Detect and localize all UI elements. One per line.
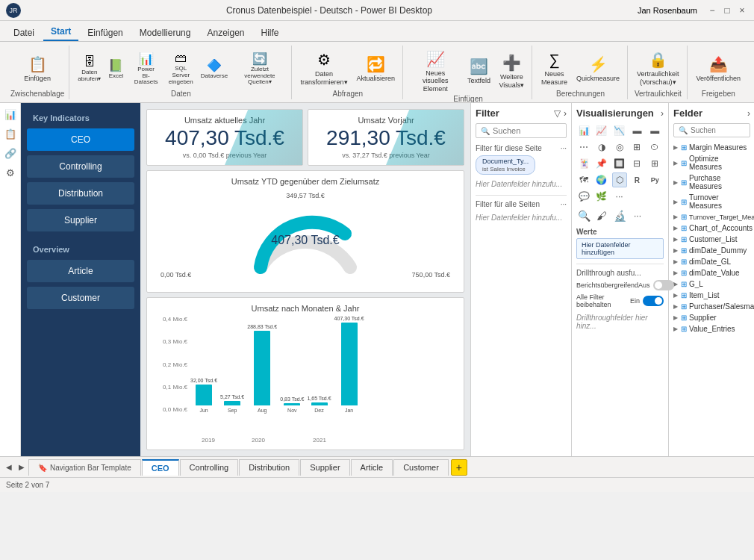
- field-purchase-measures[interactable]: ▶ ⊞ Purchase Measures: [673, 172, 750, 192]
- confidential-button[interactable]: 🔒 Vertraulichkeit(Vorschau)▾: [634, 49, 682, 88]
- viz-expand-icon[interactable]: ›: [661, 108, 664, 119]
- field-customer-list[interactable]: ▶ ⊞ Customer_List: [673, 234, 750, 245]
- berichts-toggle[interactable]: [653, 280, 674, 290]
- sidebar-item-ceo[interactable]: CEO: [27, 128, 134, 151]
- sql-server-button[interactable]: 🗃 SQLServereingeben: [166, 50, 196, 87]
- tab-einfuegen[interactable]: Einfügen: [80, 25, 130, 41]
- page-filter-menu[interactable]: ···: [561, 144, 567, 152]
- viz-card-icon[interactable]: 🃏: [576, 156, 591, 171]
- viz-more-icon[interactable]: ···: [612, 189, 627, 204]
- werte-add-field[interactable]: Hier Datenfelder hinzufügen: [576, 238, 664, 259]
- tab-anzeigen[interactable]: Anzeigen: [199, 25, 252, 41]
- tab-navigation-bar-template[interactable]: 🔖 Navigation Bar Template: [28, 459, 141, 476]
- viz-more-options-icon[interactable]: ···: [630, 208, 645, 223]
- viz-table-icon[interactable]: ⊟: [629, 156, 644, 171]
- close-button[interactable]: ×: [736, 4, 748, 16]
- viz-decomp-icon[interactable]: 🌿: [594, 189, 609, 204]
- recent-sources-button[interactable]: 🔄 Zuletzt verwendeteQuellen▾: [233, 50, 286, 87]
- more-visuals-button[interactable]: ➕ WeitereVisuals▾: [496, 52, 527, 91]
- tab-supplier[interactable]: Supplier: [300, 459, 349, 476]
- field-item-list[interactable]: ▶ ⊞ Item_List: [673, 290, 750, 301]
- field-margin-measures[interactable]: ▶ ⊞ Margin Measures: [673, 142, 750, 153]
- field-gl[interactable]: ▶ ⊞ G_L: [673, 279, 750, 290]
- tab-start[interactable]: Start: [43, 23, 78, 41]
- excel-button[interactable]: 📗 Excel: [106, 57, 125, 81]
- publish-button[interactable]: 📤 Veröffentlichen: [694, 54, 744, 84]
- tab-article[interactable]: Article: [351, 459, 393, 476]
- viz-map-icon[interactable]: 🗺: [576, 172, 591, 187]
- viz-r-icon[interactable]: R: [629, 172, 644, 187]
- drillthrough-add[interactable]: Drillthrough​felder hier hinz...: [576, 311, 664, 332]
- add-page-button[interactable]: +: [451, 459, 467, 476]
- viz-stacked-bar-icon[interactable]: ▬: [629, 123, 644, 138]
- einfuegen-button[interactable]: 📋 Einfügen: [21, 54, 54, 84]
- viz-line-chart-icon[interactable]: 📈: [594, 123, 609, 138]
- sidebar-item-customer[interactable]: Customer: [27, 287, 134, 309]
- sidebar-item-controlling[interactable]: Controlling: [27, 155, 134, 178]
- fields-search-input[interactable]: [691, 126, 754, 134]
- field-dimdate-dummy[interactable]: ▶ ⊞ dimDate_Dummy: [673, 245, 750, 256]
- viz-gauge-icon[interactable]: ⏲: [647, 140, 662, 155]
- tab-nav-next[interactable]: ▶: [16, 461, 28, 473]
- field-chart-accounts[interactable]: ▶ ⊞ Chart_of_Accounts: [673, 223, 750, 234]
- page-filter-add[interactable]: Hier Datenfelder hinzufu...: [476, 178, 567, 190]
- data-view-icon[interactable]: 📋: [2, 125, 19, 142]
- daten-abrufen-button[interactable]: 🗄 Datenabrufen▾: [75, 54, 103, 84]
- viz-slicer-icon[interactable]: 🔲: [612, 156, 627, 171]
- field-purchaser[interactable]: ▶ ⊞ Purchaser/Salesman: [673, 301, 750, 312]
- quickmeasure-button[interactable]: ⚡ Quickmeasure: [573, 54, 623, 84]
- field-turnover-measures[interactable]: ▶ ⊞ Turnover Measures: [673, 192, 750, 211]
- tab-distribution[interactable]: Distribution: [239, 459, 299, 476]
- refresh-button[interactable]: 🔁 Aktualisieren: [354, 54, 399, 84]
- viz-pie-icon[interactable]: ◑: [594, 140, 609, 155]
- tab-ceo[interactable]: CEO: [142, 459, 179, 476]
- new-visual-button[interactable]: 📈 Neues visuellesElement: [409, 49, 461, 95]
- filter-expand-icon[interactable]: ›: [564, 108, 567, 119]
- textfield-button[interactable]: 🔤 Textfeld: [464, 56, 493, 87]
- viz-treemap-icon[interactable]: ⊞: [629, 140, 644, 155]
- viz-funnel-icon[interactable]: ⬡: [612, 172, 627, 187]
- dax-icon[interactable]: ⚙: [2, 164, 19, 181]
- field-optimize-measures[interactable]: ▶ ⊞ Optimize Measures: [673, 153, 750, 172]
- viz-bar-chart-icon[interactable]: 📊: [576, 123, 591, 138]
- sidebar-item-article[interactable]: Article: [27, 260, 134, 282]
- viz-format-icon[interactable]: 🖌: [594, 208, 609, 223]
- filter-toggle[interactable]: [643, 296, 664, 306]
- sidebar-item-distribution[interactable]: Distribution: [27, 182, 134, 205]
- viz-filled-map-icon[interactable]: 🌍: [594, 172, 609, 187]
- filter-search-box[interactable]: 🔍: [476, 123, 567, 138]
- sidebar-item-supplier[interactable]: Supplier: [27, 209, 134, 231]
- viz-donut-icon[interactable]: ◎: [612, 140, 627, 155]
- viz-area-chart-icon[interactable]: 📉: [612, 123, 627, 138]
- tab-controlling[interactable]: Controlling: [180, 459, 239, 476]
- tab-customer[interactable]: Customer: [393, 459, 449, 476]
- tab-modellierung[interactable]: Modellierung: [132, 25, 199, 41]
- viz-100pct-bar-icon[interactable]: ▬: [647, 123, 662, 138]
- maximize-button[interactable]: □: [721, 4, 733, 16]
- tab-hilfe[interactable]: Hilfe: [254, 25, 287, 41]
- viz-matrix-icon[interactable]: ⊞: [647, 156, 662, 171]
- field-value-entries[interactable]: ▶ ⊞ Value_Entries: [673, 323, 750, 335]
- new-measure-button[interactable]: ∑ NeuesMeasure: [538, 50, 570, 88]
- field-supplier[interactable]: ▶ ⊞ Supplier: [673, 312, 750, 323]
- viz-search-visual-icon[interactable]: 🔍: [576, 208, 591, 223]
- all-pages-filter-add[interactable]: Hier Datenfelder hinzufu...: [476, 211, 567, 224]
- tab-datei[interactable]: Datei: [6, 25, 42, 41]
- report-view-icon[interactable]: 📊: [2, 106, 19, 122]
- viz-qa-icon[interactable]: 💬: [576, 189, 591, 204]
- fields-search-box[interactable]: 🔍: [673, 123, 750, 137]
- model-view-icon[interactable]: 🔗: [2, 145, 19, 161]
- viz-scatter-icon[interactable]: ⋯: [576, 140, 591, 155]
- powerbi-datasets-button[interactable]: 📊 PowerBI-Datasets: [128, 50, 163, 87]
- filter-tag-document[interactable]: Document_Ty...ist Sales Invoice: [476, 155, 535, 175]
- field-turnover-target[interactable]: ▶ ⊞ Turnover_Target_Measu...: [673, 211, 750, 223]
- fields-expand-icon[interactable]: ›: [747, 108, 750, 119]
- field-dimdate-gl[interactable]: ▶ ⊞ dimDate_GL: [673, 256, 750, 267]
- dataverse-button[interactable]: 🔷 Dataverse: [199, 57, 230, 81]
- field-dimdate-value[interactable]: ▶ ⊞ dimDate_Value: [673, 267, 750, 279]
- viz-kpi-icon[interactable]: 📌: [594, 156, 609, 171]
- viz-py-icon[interactable]: Py: [647, 172, 662, 187]
- transform-data-button[interactable]: ⚙ Datentransformieren▾: [298, 49, 351, 88]
- all-pages-menu[interactable]: ···: [561, 200, 567, 208]
- minimize-button[interactable]: −: [706, 4, 718, 16]
